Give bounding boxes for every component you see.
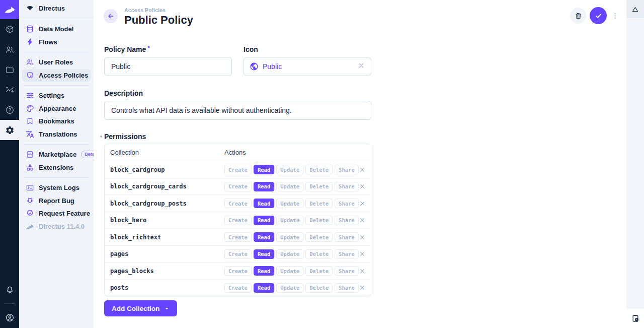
action-chip-read[interactable]: Read — [254, 216, 274, 225]
action-chip-create[interactable]: Create — [224, 232, 252, 242]
sidebar-item-data-model[interactable]: Data Model — [22, 23, 91, 36]
sidebar-item-report-bug[interactable]: Report Bug — [22, 194, 91, 208]
action-chip-create[interactable]: Create — [224, 266, 252, 276]
sidebar-item-request-feature[interactable]: Request Feature — [22, 207, 91, 220]
action-chip-delete[interactable]: Delete — [305, 165, 333, 174]
action-chip-read[interactable]: Read — [254, 165, 274, 174]
module-settings[interactable] — [0, 120, 19, 140]
clear-icon[interactable] — [357, 61, 365, 72]
save-button[interactable] — [590, 7, 607, 24]
sidebar-item-extensions[interactable]: Extensions — [22, 161, 91, 174]
back-button[interactable] — [104, 9, 118, 23]
action-chip-read[interactable]: Read — [254, 182, 274, 191]
module-account[interactable] — [0, 308, 19, 327]
permissions-table: Collection Actions block_cardgroupCreate… — [104, 144, 371, 296]
remove-permission-icon[interactable] — [359, 183, 366, 190]
action-chip-read[interactable]: Read — [254, 266, 274, 276]
action-chip-update[interactable]: Update — [276, 283, 303, 293]
action-chip-delete[interactable]: Delete — [305, 283, 333, 293]
module-insights[interactable] — [0, 80, 19, 100]
remove-permission-icon[interactable] — [359, 250, 366, 257]
action-chip-create[interactable]: Create — [224, 283, 252, 293]
sidebar-item-system-logs[interactable]: System Logs — [22, 181, 91, 194]
box-icon — [5, 25, 15, 34]
sidebar-item-label: User Roles — [39, 58, 73, 66]
remove-permission-icon[interactable] — [359, 200, 366, 207]
folder-icon — [5, 65, 15, 75]
sidebar-item-user-roles[interactable]: User Roles — [22, 56, 91, 69]
remove-permission-icon[interactable] — [359, 217, 366, 224]
action-chip-share[interactable]: Share — [335, 232, 359, 242]
action-chip-share[interactable]: Share — [335, 283, 359, 293]
action-chip-delete[interactable]: Delete — [305, 266, 333, 276]
module-users[interactable] — [0, 39, 19, 59]
action-chip-share[interactable]: Share — [335, 199, 359, 208]
collection-name: pages_blocks — [110, 268, 224, 275]
remove-permission-icon[interactable] — [359, 284, 366, 291]
people-icon — [26, 58, 34, 67]
module-help[interactable] — [0, 100, 19, 120]
remove-permission-icon[interactable] — [359, 234, 366, 241]
policy-name-input[interactable] — [104, 57, 232, 76]
action-chip-delete[interactable]: Delete — [305, 232, 333, 242]
sidebar-toggle-button[interactable] — [626, 0, 644, 18]
action-chip-update[interactable]: Update — [276, 232, 303, 242]
action-chip-delete[interactable]: Delete — [305, 216, 333, 225]
action-chip-read[interactable]: Read — [254, 232, 274, 242]
action-chip-update[interactable]: Update — [276, 165, 303, 174]
action-chip-create[interactable]: Create — [224, 216, 252, 225]
action-chip-share[interactable]: Share — [335, 165, 359, 174]
edited-indicator-dot — [100, 136, 102, 138]
action-chip-create[interactable]: Create — [224, 182, 252, 191]
revisions-button[interactable] — [626, 309, 644, 328]
action-chip-update[interactable]: Update — [276, 266, 303, 276]
description-input[interactable] — [104, 101, 371, 120]
sidebar-item-bookmarks[interactable]: Bookmarks — [22, 115, 91, 128]
directus-rabbit-icon — [4, 4, 16, 16]
sidebar-item-access-policies[interactable]: Access Policies — [22, 69, 91, 82]
action-chip-share[interactable]: Share — [335, 182, 359, 191]
sidebar-item-marketplace[interactable]: MarketplaceBeta — [22, 148, 91, 161]
sidebar-item-appearance[interactable]: Appearance — [22, 102, 91, 115]
module-notifications[interactable] — [0, 280, 19, 299]
action-chip-update[interactable]: Update — [276, 199, 303, 208]
remove-permission-icon[interactable] — [359, 268, 366, 275]
add-collection-button[interactable]: Add Collection — [104, 300, 177, 316]
action-chip-create[interactable]: Create — [224, 249, 252, 259]
insights-icon — [5, 85, 15, 95]
action-chip-read[interactable]: Read — [254, 283, 274, 293]
action-chip-create[interactable]: Create — [224, 165, 252, 174]
action-chip-delete[interactable]: Delete — [305, 199, 333, 208]
permission-row: block_richtextCreateReadUpdateDeleteShar… — [105, 228, 371, 245]
action-chip-update[interactable]: Update — [276, 182, 303, 191]
action-chip-delete[interactable]: Delete — [305, 182, 333, 191]
project-header[interactable]: Directus — [19, 0, 94, 17]
sidebar-divider — [24, 144, 89, 145]
action-chip-update[interactable]: Update — [276, 216, 303, 225]
sidebar-item-label: Bookmarks — [39, 117, 74, 125]
remove-permission-icon[interactable] — [359, 166, 366, 173]
action-chip-update[interactable]: Update — [276, 249, 303, 259]
delete-button[interactable] — [570, 8, 586, 24]
action-chip-share[interactable]: Share — [335, 249, 359, 259]
more-options-button[interactable] — [610, 8, 619, 24]
icon-picker[interactable]: Public — [244, 57, 371, 76]
action-chip-read[interactable]: Read — [254, 199, 274, 208]
module-files[interactable] — [0, 59, 19, 80]
sidebar-item-translations[interactable]: Translations — [22, 128, 91, 141]
sidebar-item-label: Translations — [39, 130, 77, 138]
module-content[interactable] — [0, 19, 19, 39]
storefront-icon — [26, 150, 34, 159]
action-chip-delete[interactable]: Delete — [305, 249, 333, 259]
sidebar-item-label: System Logs — [39, 184, 79, 191]
directus-logo[interactable] — [0, 0, 19, 19]
sidebar-item-settings[interactable]: Settings — [22, 89, 91, 102]
permission-actions: CreateReadUpdateDeleteShare — [224, 182, 354, 191]
action-chip-read[interactable]: Read — [254, 249, 274, 259]
action-chip-create[interactable]: Create — [224, 199, 252, 208]
action-chip-share[interactable]: Share — [335, 266, 359, 276]
page-header: Access Policies Public Policy — [94, 0, 626, 26]
permission-row: pagesCreateReadUpdateDeleteShare — [105, 245, 371, 263]
action-chip-share[interactable]: Share — [335, 216, 359, 225]
sidebar-item-flows[interactable]: Flows — [22, 36, 91, 49]
